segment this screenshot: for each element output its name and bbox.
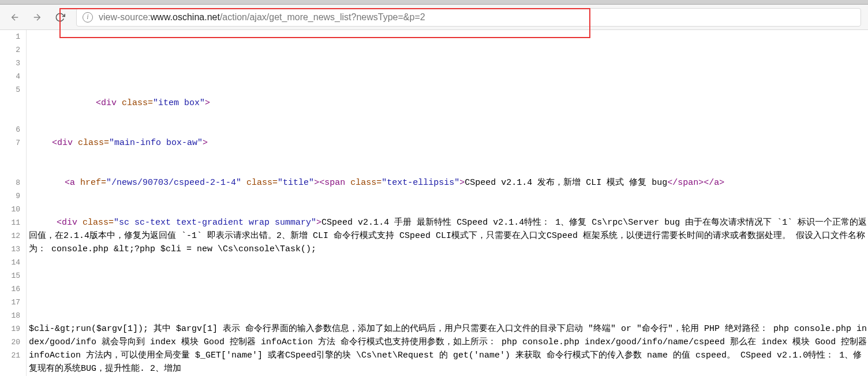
code-line [29, 57, 868, 70]
line-number: 13 [0, 243, 20, 256]
line-number-gutter: 1 2 3 4 5 6 7 8 9 10 11 12 13 14 15 16 1… [0, 30, 27, 376]
code-line: <a href="/news/90703/cspeed-2-1-4" class… [29, 176, 868, 189]
line-number: 21 [0, 349, 20, 362]
line-number: 17 [0, 296, 20, 309]
line-number: 7 [0, 136, 20, 176]
code-line [29, 282, 868, 296]
reload-button[interactable] [53, 10, 67, 24]
site-info-icon[interactable]: i [83, 12, 93, 23]
line-number: 2 [0, 43, 20, 57]
reload-icon [55, 12, 65, 23]
code-line: <div class="main-info box-aw"> [29, 136, 868, 150]
forward-button[interactable] [29, 9, 45, 25]
url-prefix: view-source: [99, 12, 151, 22]
url-text: view-source:www.oschina.net/action/ajax/… [99, 12, 425, 23]
line-number: 3 [0, 57, 20, 70]
arrow-left-icon [10, 12, 20, 23]
code-line: $cli-&gt;run($argv[1]); 其中 $argv[1] 表示 命… [29, 322, 868, 375]
code-line: <div class="sc sc-text text-gradient wra… [29, 216, 868, 256]
source-code[interactable]: <div class="item box"> <div class="main-… [27, 30, 868, 376]
tabs-strip [0, 0, 868, 5]
view-source-pane: 1 2 3 4 5 6 7 8 9 10 11 12 13 14 15 16 1… [0, 30, 868, 376]
line-number: 18 [0, 309, 20, 322]
line-number: 16 [0, 282, 20, 296]
back-button[interactable] [7, 9, 23, 25]
line-number: 12 [0, 229, 20, 243]
line-number: 10 [0, 203, 20, 216]
arrow-right-icon [32, 12, 42, 23]
line-number: 14 [0, 256, 20, 269]
url-path: /action/ajax/get_more_news_list?newsType… [220, 12, 425, 22]
line-number: 11 [0, 216, 20, 229]
line-number: 9 [0, 189, 20, 203]
line-number: 6 [0, 123, 20, 136]
url-domain: www.oschina.net [151, 12, 220, 22]
line-number: 1 [0, 30, 20, 43]
line-number: 5 [0, 83, 20, 123]
address-bar[interactable]: i view-source:www.oschina.net/action/aja… [76, 8, 861, 27]
line-number: 15 [0, 269, 20, 282]
line-number: 20 [0, 336, 20, 349]
browser-toolbar: i view-source:www.oschina.net/action/aja… [0, 5, 868, 30]
code-line: <div class="item box"> [29, 96, 868, 110]
line-number: 19 [0, 322, 20, 336]
line-number: 8 [0, 176, 20, 189]
line-number: 4 [0, 70, 20, 83]
